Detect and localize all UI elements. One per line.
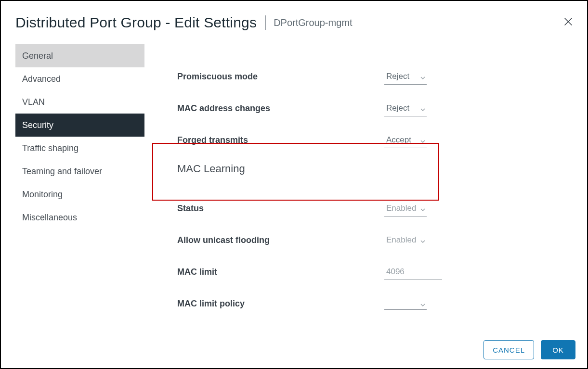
select-status[interactable]: Enabled [384,201,427,216]
label-forged-transmits: Forged transmits [177,135,384,145]
label-promiscuous: Promiscuous mode [177,72,384,82]
select-mac-changes[interactable]: Reject [384,101,427,116]
content-security: Promiscuous mode Reject MAC address chan… [145,40,587,319]
sidebar-item-label: Advanced [22,74,61,84]
sidebar-item-label: Monitoring [22,190,63,200]
select-promiscuous[interactable]: Reject [384,69,427,85]
portgroup-name: DPortGroup-mgmt [274,17,352,28]
sidebar-item-security[interactable]: Security [15,114,144,137]
dialog-footer: CANCEL OK [483,340,575,359]
cancel-button[interactable]: CANCEL [483,340,534,359]
select-value: Enabled [386,235,416,245]
select-value: Accept [386,135,411,145]
sidebar-item-general[interactable]: General [15,44,144,67]
label-mac-changes: MAC address changes [177,103,384,114]
chevron-down-icon [420,301,426,306]
close-button[interactable] [564,17,573,26]
label-allow-unicast-flooding: Allow unicast flooding [177,235,384,245]
row-allow-unicast-flooding: Allow unicast flooding Enabled [177,224,573,256]
sidebar-item-advanced[interactable]: Advanced [15,67,144,90]
sidebar: General Advanced VLAN Security Traffic s… [1,40,145,319]
row-status: Status Enabled [177,192,573,224]
dialog-header: Distributed Port Group - Edit Settings D… [1,1,587,40]
sidebar-item-vlan[interactable]: VLAN [15,90,144,114]
row-mac-limit: MAC limit [177,256,573,288]
chevron-down-icon [420,105,426,111]
button-label: OK [552,346,564,354]
chevron-down-icon [420,205,426,211]
row-forged-transmits: Forged transmits Accept [177,124,573,156]
input-mac-limit[interactable] [384,264,442,280]
sidebar-item-traffic-shaping[interactable]: Traffic shaping [15,137,144,160]
sidebar-item-label: Security [22,120,53,130]
dialog-edit-settings: Distributed Port Group - Edit Settings D… [0,0,588,369]
dialog-title: Distributed Port Group - Edit Settings [15,14,257,31]
row-mac-changes: MAC address changes Reject [177,92,573,124]
select-value: Reject [386,103,409,113]
label-mac-limit: MAC limit [177,267,384,277]
chevron-down-icon [420,137,426,143]
select-allow-unicast-flooding[interactable]: Enabled [384,232,427,248]
title-separator [265,15,266,30]
row-mac-limit-policy: MAC limit policy [177,288,573,319]
chevron-down-icon [420,237,426,243]
label-status: Status [177,204,384,214]
sidebar-item-label: VLAN [22,97,45,107]
ok-button[interactable]: OK [541,340,575,359]
dialog-body: General Advanced VLAN Security Traffic s… [1,40,587,319]
row-promiscuous: Promiscuous mode Reject [177,61,573,92]
sidebar-item-label: General [22,51,53,61]
section-mac-learning: MAC Learning [177,156,573,192]
select-value: Enabled [386,204,416,213]
sidebar-item-label: Traffic shaping [22,143,78,153]
button-label: CANCEL [493,346,525,354]
sidebar-item-label: Miscellaneous [22,213,77,223]
sidebar-item-teaming-failover[interactable]: Teaming and failover [15,160,144,183]
sidebar-item-monitoring[interactable]: Monitoring [15,183,144,206]
sidebar-item-label: Teaming and failover [22,166,102,177]
close-icon [564,19,573,27]
select-mac-limit-policy[interactable] [384,298,427,310]
chevron-down-icon [420,74,426,79]
select-value: Reject [386,72,409,81]
label-mac-limit-policy: MAC limit policy [177,299,384,309]
sidebar-item-miscellaneous[interactable]: Miscellaneous [15,206,144,229]
select-forged-transmits[interactable]: Accept [384,132,427,148]
